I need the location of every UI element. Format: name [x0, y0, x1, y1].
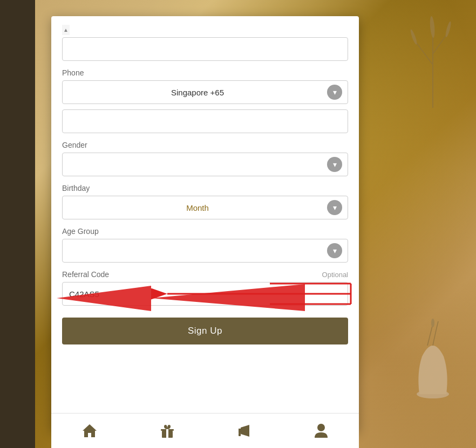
- birthday-month-wrapper: Month: [62, 196, 348, 219]
- referral-code-field-group: Referral Code Optional: [62, 270, 348, 306]
- age-group-label: Age Group: [62, 227, 348, 236]
- svg-marker-18: [83, 424, 97, 437]
- svg-point-5: [445, 21, 452, 38]
- svg-line-2: [433, 35, 446, 54]
- referral-code-label: Referral Code: [62, 270, 109, 279]
- nav-item-promos[interactable]: [226, 419, 263, 443]
- referral-code-header-row: Referral Code Optional: [62, 270, 348, 279]
- birthday-month-value: Month: [186, 203, 209, 212]
- gender-select-wrapper: [62, 153, 348, 176]
- svg-point-7: [431, 319, 434, 327]
- modal-scroll-area[interactable]: ▲ Phone Singapore +65 Gender: [51, 16, 359, 431]
- decorative-vase: [406, 319, 460, 405]
- name-field-group: [62, 35, 348, 61]
- birthday-chevron-icon: [327, 200, 342, 215]
- age-group-chevron-icon: [327, 243, 342, 258]
- referral-code-input[interactable]: [62, 282, 348, 306]
- birthday-month-select[interactable]: Month: [62, 196, 348, 219]
- phone-country-select[interactable]: Singapore +65: [62, 80, 348, 104]
- modal-container: ▲ Phone Singapore +65 Gender: [51, 16, 359, 431]
- birthday-label: Birthday: [62, 184, 348, 192]
- age-group-select[interactable]: [62, 239, 348, 263]
- birthday-field-group: Birthday Month: [62, 184, 348, 219]
- scroll-up-indicator: ▲: [62, 25, 70, 35]
- phone-label: Phone: [62, 68, 348, 77]
- gender-chevron-icon: [327, 157, 342, 172]
- svg-rect-21: [166, 429, 168, 438]
- name-input[interactable]: [62, 37, 348, 61]
- referral-code-optional: Optional: [322, 271, 348, 279]
- age-group-select-wrapper: [62, 239, 348, 263]
- decorative-plant: [400, 0, 465, 108]
- svg-line-1: [417, 43, 433, 65]
- person-icon: [314, 423, 329, 439]
- svg-point-23: [317, 424, 325, 431]
- phone-country-value: Singapore +65: [171, 88, 224, 97]
- svg-point-3: [429, 16, 435, 38]
- nav-item-account[interactable]: [303, 418, 339, 443]
- svg-rect-22: [239, 433, 241, 436]
- gift-icon: [159, 423, 176, 439]
- gender-label: Gender: [62, 141, 348, 149]
- signup-button[interactable]: Sign Up: [62, 318, 348, 344]
- phone-field-group: Phone Singapore +65: [62, 68, 348, 133]
- home-icon: [81, 423, 98, 438]
- background-left: [0, 0, 35, 448]
- phone-chevron-icon: [327, 85, 342, 100]
- gender-select[interactable]: [62, 153, 348, 176]
- bottom-navigation: [51, 413, 359, 448]
- nav-item-home[interactable]: [71, 419, 108, 443]
- nav-item-rewards[interactable]: [148, 418, 187, 443]
- gender-field-group: Gender: [62, 141, 348, 176]
- referral-input-wrapper: [62, 282, 348, 306]
- megaphone-icon: [236, 423, 253, 438]
- svg-point-4: [410, 29, 418, 45]
- age-group-field-group: Age Group: [62, 227, 348, 263]
- phone-number-input[interactable]: [62, 109, 348, 133]
- phone-country-wrapper: Singapore +65: [62, 80, 348, 104]
